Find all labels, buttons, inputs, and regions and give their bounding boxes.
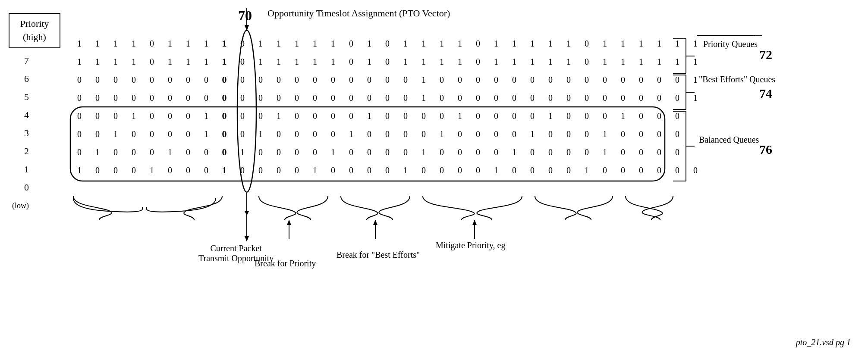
priority-level-0: 0 bbox=[12, 178, 38, 197]
pto-label: Opportunity Timeslot Assignment (PTO Vec… bbox=[267, 8, 450, 19]
best-efforts-label: "Best Efforts" Queues bbox=[699, 73, 775, 85]
priority-text: Priority bbox=[20, 18, 49, 29]
svg-marker-20 bbox=[245, 211, 249, 215]
data-row-5: 00000000000000000001000000000000001 bbox=[70, 71, 704, 89]
data-row-6: 11110111101111101011110111110111111 bbox=[70, 53, 704, 71]
priority-level-7: 7 bbox=[12, 52, 38, 70]
priority-label-box: Priority (high) bbox=[9, 13, 60, 48]
priority-level-low: (low) bbox=[12, 197, 38, 215]
svg-marker-3 bbox=[245, 25, 249, 31]
priority-level-3: 3 bbox=[12, 124, 38, 142]
mitigate-priority-label: Mitigate Priority, eg bbox=[436, 240, 505, 250]
svg-marker-26 bbox=[373, 220, 377, 225]
footnote: pto_21.vsd pg 1 bbox=[796, 337, 851, 347]
svg-marker-28 bbox=[472, 220, 477, 225]
data-row-7: 11110111101111101011110111110111111 bbox=[70, 34, 704, 53]
priority-level-2: 2 bbox=[12, 142, 38, 160]
data-row-2: 0010000100100001000010000100010000 bbox=[70, 125, 704, 143]
balanced-queues-label: Balanced Queues bbox=[699, 134, 759, 146]
svg-marker-22 bbox=[245, 236, 249, 241]
data-grid: 11110111101111101011110111110111111 1111… bbox=[70, 34, 704, 179]
priority-high-text: (high) bbox=[23, 31, 46, 42]
data-row-3: 0001000100010000100001000010001000 bbox=[70, 107, 704, 125]
data-row-0: 10001000100001000010000100001000000 bbox=[70, 161, 704, 179]
number-76: 76 bbox=[759, 142, 772, 157]
break-best-efforts-label: Break for "Best Efforts" bbox=[337, 250, 420, 260]
data-row-1: 0100010001000010000100001000010000 bbox=[70, 143, 704, 161]
main-container: Priority (high) 7 6 5 4 3 2 1 0 (low) bbox=[0, 0, 868, 356]
priority-levels: 7 6 5 4 3 2 1 0 (low) bbox=[12, 52, 38, 215]
priority-level-4: 4 bbox=[12, 106, 38, 124]
data-row-4: 00000000000000000001000000000000001 bbox=[70, 89, 704, 107]
priority-level-6: 6 bbox=[12, 70, 38, 88]
timeslot-number: 70 bbox=[238, 8, 252, 24]
number-72: 72 bbox=[759, 47, 772, 62]
priority-queues-label: Priority Queues bbox=[699, 35, 762, 52]
break-priority-label: Break for Priority bbox=[255, 259, 316, 269]
priority-level-5: 5 bbox=[12, 88, 38, 106]
number-74: 74 bbox=[759, 86, 772, 101]
svg-marker-24 bbox=[287, 220, 291, 225]
priority-level-1: 1 bbox=[12, 160, 38, 178]
